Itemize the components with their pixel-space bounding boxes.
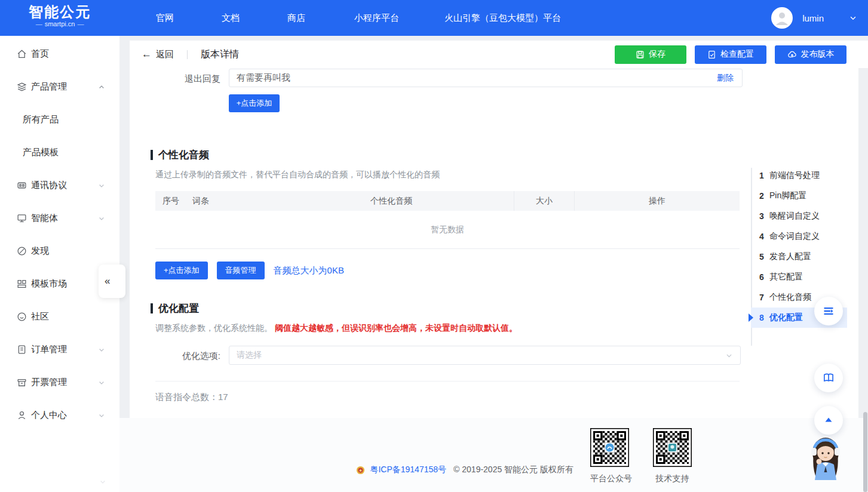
column-header-audio: 个性化音频: [269, 196, 514, 207]
sidebar-item-community[interactable]: 社区: [0, 300, 119, 333]
page-title: 版本详情: [201, 48, 239, 61]
chevron-down-icon[interactable]: [98, 182, 105, 189]
sidebar-item-label: 产品模板: [23, 147, 59, 158]
document-check-icon: [707, 50, 716, 59]
sidebar-item-label: 个人中心: [31, 410, 67, 421]
qr-label: 技术支持: [653, 473, 692, 484]
delete-link[interactable]: 删除: [717, 73, 734, 84]
audio-section-title-text: 个性化音频: [158, 148, 209, 162]
sidebar-item-label: 所有产品: [23, 114, 59, 125]
toolbar-buttons: 保存 检查配置 发布版本: [615, 45, 846, 64]
anchor-item-4[interactable]: 4命令词自定义: [751, 226, 847, 247]
audio-table-header: 序号 词条 个性化音频 大小 操作: [155, 191, 740, 211]
voice-total-value: 17: [218, 392, 228, 402]
sidebar-item-invoice-management[interactable]: 开票管理: [0, 366, 119, 399]
copyright-text: © 2019-2025 智能公元 版权所有: [453, 465, 573, 475]
anchor-item-5[interactable]: 5发音人配置: [751, 247, 847, 267]
anchor-num: 2: [759, 191, 769, 201]
nav-volcengine-platform[interactable]: 火山引擎（豆包大模型）平台: [444, 0, 561, 36]
back-label: 返回: [156, 49, 174, 60]
sidebar-item-all-products[interactable]: 所有产品: [0, 103, 119, 136]
anchor-label: 命令词自定义: [769, 231, 820, 242]
anchor-label: 前端信号处理: [769, 170, 820, 181]
back-button[interactable]: ← 返回: [142, 48, 174, 60]
chevron-down-icon[interactable]: [98, 346, 105, 353]
up-arrow-icon: [823, 414, 835, 426]
sidebar-item-personal-center[interactable]: 个人中心: [0, 399, 119, 432]
chevron-down-icon[interactable]: [98, 215, 105, 222]
check-config-button[interactable]: 检查配置: [695, 45, 766, 64]
sidebar-item-label: 通讯协议: [31, 180, 67, 191]
sidebar-item-discover[interactable]: 发现: [0, 235, 119, 267]
template-icon: [17, 279, 27, 289]
police-badge-icon: [356, 466, 365, 475]
anchor-item-6[interactable]: 6其它配置: [751, 267, 847, 287]
sidebar-item-product-templates[interactable]: 产品模板: [0, 136, 119, 169]
save-button[interactable]: 保存: [615, 45, 686, 64]
sidebar: 首页 产品管理 所有产品 产品模板 通讯协议: [0, 36, 119, 492]
chevron-up-icon[interactable]: [98, 84, 105, 91]
nav-store[interactable]: 商店: [287, 0, 305, 36]
mascot-avatar: [799, 429, 852, 484]
sidebar-item-communication-protocol[interactable]: 通讯协议: [0, 169, 119, 202]
chevron-down-icon[interactable]: [98, 412, 105, 419]
top-header: 智能公元 smartpi.cn 官网 文档 商店 小程序平台 火山引擎（豆包大模…: [0, 0, 868, 36]
anchor-list-button[interactable]: [814, 297, 843, 325]
audio-manage-button[interactable]: 音频管理: [217, 262, 265, 279]
nav-miniprogram-platform[interactable]: 小程序平台: [354, 0, 399, 36]
anchor-label: 其它配置: [769, 272, 803, 282]
chevron-down-icon[interactable]: [849, 14, 857, 22]
anchor-item-2[interactable]: 2Pin脚配置: [751, 186, 847, 206]
sidebar-item-order-management[interactable]: 订单管理: [0, 333, 119, 366]
audio-section-title: 个性化音频: [151, 148, 209, 162]
chevron-down-icon[interactable]: [99, 477, 106, 488]
audio-add-button[interactable]: +点击添加: [155, 262, 208, 279]
anchor-num: 7: [759, 293, 769, 302]
layers-icon: [17, 82, 27, 92]
optimize-section-title: 优化配置: [151, 302, 199, 315]
column-header-actions: 操作: [575, 196, 740, 207]
qr-label: 平台公众号: [590, 473, 629, 484]
save-icon: [636, 50, 645, 59]
optimize-option-select[interactable]: 请选择: [229, 346, 741, 365]
anchor-num: 6: [759, 272, 769, 282]
brand-logo[interactable]: 智能公元 smartpi.cn: [24, 4, 96, 27]
sidebar-item-label: 首页: [31, 48, 49, 60]
page: 智能公元 smartpi.cn 官网 文档 商店 小程序平台 火山引擎（豆包大模…: [0, 0, 868, 492]
voice-total-label: 语音指令总数：: [155, 392, 218, 402]
publish-version-button[interactable]: 发布版本: [775, 45, 846, 64]
toolbar-divider: [187, 50, 188, 59]
anchor-item-3[interactable]: 3唤醒词自定义: [751, 206, 847, 226]
sidebar-item-product-management[interactable]: 产品管理: [0, 70, 119, 103]
order-icon: [17, 345, 27, 355]
anchor-num: 5: [759, 252, 769, 262]
exit-reply-input[interactable]: [229, 73, 717, 83]
community-icon: [17, 312, 27, 322]
chevron-down-icon: [725, 352, 733, 359]
nav-official-site[interactable]: 官网: [156, 0, 174, 36]
audio-table: 序号 词条 个性化音频 大小 操作 暂无数据: [155, 191, 740, 249]
docs-book-button[interactable]: [814, 364, 843, 392]
audio-total-size-text: 音频总大小为0KB: [274, 265, 344, 276]
sidebar-collapse-button[interactable]: «: [99, 265, 125, 298]
avatar[interactable]: [771, 7, 793, 29]
anchor-label: 优化配置: [769, 312, 803, 323]
anchor-label: 发音人配置: [769, 251, 811, 262]
qr-official-account[interactable]: 平台公众号: [590, 428, 629, 484]
exit-reply-add-button[interactable]: +点击添加: [229, 94, 280, 112]
customer-service-mascot[interactable]: [799, 429, 852, 484]
icp-link[interactable]: 粤ICP备19147158号: [370, 465, 446, 475]
username[interactable]: lumin: [802, 13, 824, 23]
anchor-num: 1: [759, 171, 769, 180]
sidebar-item-agent[interactable]: 智能体: [0, 202, 119, 235]
invoice-icon: [17, 377, 27, 388]
qr-tech-support[interactable]: 技术支持: [653, 428, 692, 484]
vertical-scrollbar-thumb[interactable]: [863, 412, 867, 492]
check-config-label: 检查配置: [720, 49, 754, 60]
nav-docs[interactable]: 文档: [222, 0, 240, 36]
anchor-item-1[interactable]: 1前端信号处理: [751, 165, 847, 186]
sidebar-item-home[interactable]: 首页: [0, 38, 119, 70]
chevron-down-icon[interactable]: [98, 379, 105, 386]
sidebar-item-label: 订单管理: [31, 344, 67, 355]
exit-reply-label: 退出回复: [183, 73, 220, 85]
